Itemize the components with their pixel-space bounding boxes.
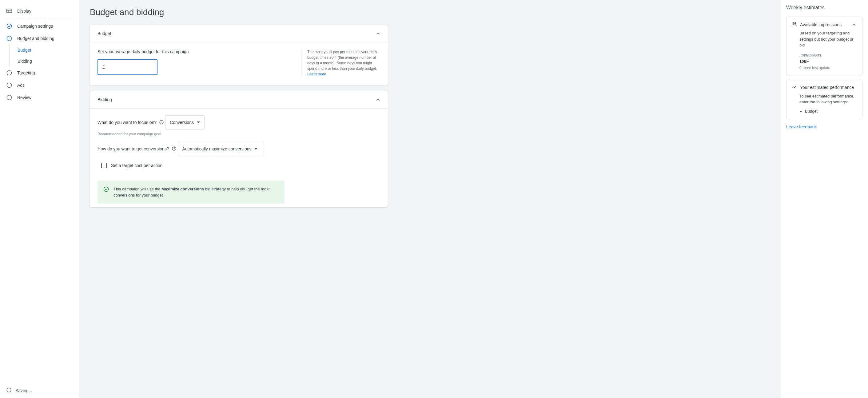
- sidebar-substeps: Budget Bidding: [9, 44, 79, 67]
- sidebar-step-review[interactable]: Review: [0, 91, 79, 104]
- focus-select[interactable]: Conversions: [165, 115, 205, 129]
- trend-icon: [792, 84, 797, 91]
- focus-label: What do you want to focus on?: [97, 120, 157, 125]
- sidebar-step-label: Review: [17, 95, 31, 100]
- impressions-metric-sub: 0 since last update: [799, 65, 857, 71]
- focus-helper-text: Recommended for your campaign goal: [97, 132, 380, 136]
- radio-current-icon: [6, 35, 12, 41]
- strategy-info-banner: This campaign will use the Maximize conv…: [97, 181, 284, 204]
- sidebar-step-targeting[interactable]: Targeting: [0, 67, 79, 79]
- saving-label: Saving...: [16, 388, 32, 393]
- people-icon: [792, 21, 797, 28]
- budget-info-panel: The most you'll pay per month is your da…: [302, 49, 380, 77]
- radio-unchecked-icon: [6, 70, 12, 76]
- sidebar-step-label: Campaign settings: [17, 24, 53, 29]
- svg-point-15: [793, 23, 795, 24]
- left-sidebar: Display Campaign settings Budget and bid…: [0, 0, 79, 398]
- target-cpa-label: Set a target cost per action: [111, 163, 162, 168]
- available-impressions-header: Available impressions: [800, 22, 841, 27]
- sidebar-step-label: Targeting: [17, 70, 35, 75]
- chevron-up-icon: [375, 97, 381, 103]
- radio-unchecked-icon: [6, 94, 12, 100]
- bidding-card-title: Bidding: [97, 97, 112, 102]
- currency-symbol: £: [102, 65, 105, 69]
- checkbox-unchecked-icon[interactable]: [101, 163, 107, 168]
- sidebar-substep-budget[interactable]: Budget: [9, 44, 79, 56]
- available-impressions-desc: Based on your targeting and settings but…: [799, 30, 857, 48]
- svg-marker-10: [197, 122, 200, 123]
- budget-card-header[interactable]: Budget: [90, 25, 388, 42]
- sidebar-campaign-type-label: Display: [17, 9, 31, 13]
- svg-point-4: [7, 36, 12, 41]
- main-content: Budget and bidding Budget Set your avera…: [79, 0, 781, 398]
- svg-rect-0: [7, 9, 12, 12]
- sidebar-campaign-type: Display: [0, 5, 79, 17]
- svg-point-6: [7, 83, 12, 88]
- focus-select-value: Conversions: [170, 120, 194, 125]
- budget-info-text: The most you'll pay per month is your da…: [307, 50, 377, 71]
- sidebar-step-label: Budget and bidding: [17, 36, 55, 41]
- estimated-performance-card: Your estimated performance To see estima…: [786, 80, 863, 120]
- svg-point-3: [7, 24, 12, 29]
- check-circle-icon: [6, 23, 12, 29]
- how-label: How do you want to get conversions?: [97, 146, 169, 151]
- svg-point-16: [795, 23, 796, 24]
- available-impressions-card: Available impressions Based on your targ…: [786, 17, 863, 76]
- sidebar-step-ads[interactable]: Ads: [0, 79, 79, 91]
- caret-down-icon: [197, 120, 200, 125]
- budget-card-title: Budget: [97, 31, 111, 36]
- right-panel-title: Weekly estimates: [786, 5, 863, 10]
- check-circle-icon: [103, 186, 109, 198]
- help-icon[interactable]: [159, 120, 164, 125]
- budget-input-wrapper[interactable]: £: [97, 59, 157, 75]
- estimated-performance-desc: To see estimated performance, enter the …: [799, 93, 857, 105]
- target-cpa-checkbox-row[interactable]: Set a target cost per action: [97, 160, 380, 170]
- bidding-card: Bidding What do you want to focus on? Co…: [89, 91, 388, 208]
- svg-point-9: [161, 123, 162, 123]
- svg-marker-13: [254, 148, 257, 150]
- svg-point-7: [7, 95, 12, 100]
- bidding-card-header[interactable]: Bidding: [90, 91, 388, 109]
- sidebar-step-campaign-settings[interactable]: Campaign settings: [0, 20, 79, 32]
- estimated-performance-header: Your estimated performance: [800, 85, 854, 90]
- svg-point-5: [7, 71, 12, 75]
- svg-point-12: [174, 149, 174, 150]
- missing-setting-item: Budget: [805, 108, 857, 115]
- help-icon[interactable]: [172, 146, 177, 152]
- budget-card: Budget Set your average daily budget for…: [89, 25, 388, 86]
- saving-indicator: Saving...: [0, 383, 79, 398]
- chevron-up-icon: [375, 30, 381, 37]
- sidebar-divider: [6, 18, 74, 18]
- sidebar-step-budget-and-bidding[interactable]: Budget and bidding: [0, 32, 79, 44]
- radio-unchecked-icon: [6, 82, 12, 88]
- sidebar-step-label: Ads: [17, 83, 25, 88]
- budget-input[interactable]: [108, 65, 153, 69]
- page-title: Budget and bidding: [89, 2, 388, 25]
- strategy-banner-text: This campaign will use the Maximize conv…: [114, 186, 279, 198]
- how-select-value: Automatically maximize conversions: [182, 146, 252, 151]
- display-icon: [6, 8, 12, 14]
- right-panel: Weekly estimates Available impressions B…: [781, 0, 868, 398]
- impressions-metric-label: Impressions: [799, 52, 857, 58]
- how-select[interactable]: Automatically maximize conversions: [178, 142, 264, 156]
- svg-point-14: [104, 187, 108, 192]
- budget-learn-more-link[interactable]: Learn more: [307, 72, 326, 76]
- impressions-metric-value: 10B+: [799, 58, 857, 65]
- leave-feedback-link[interactable]: Leave feedback: [786, 123, 863, 130]
- sync-icon: [6, 387, 12, 394]
- chevron-up-icon[interactable]: [851, 22, 857, 28]
- budget-field-label: Set your average daily budget for this c…: [97, 49, 295, 54]
- caret-down-icon: [254, 146, 257, 151]
- sidebar-substep-bidding[interactable]: Bidding: [9, 56, 79, 67]
